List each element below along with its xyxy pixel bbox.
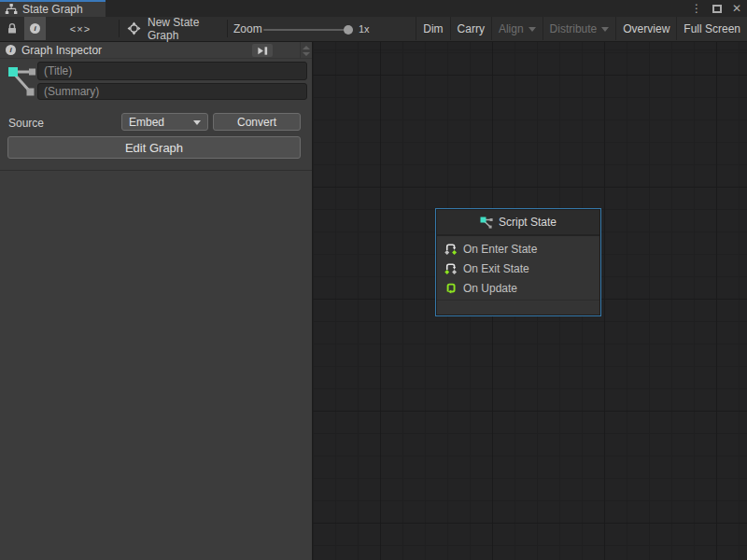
full-screen-button[interactable]: Full Screen bbox=[676, 17, 747, 40]
spinner-down-icon[interactable] bbox=[303, 52, 310, 56]
chevron-down-icon bbox=[193, 120, 201, 125]
zoom-label: Zoom bbox=[233, 17, 262, 40]
node-title: Script State bbox=[499, 216, 557, 229]
dock-right-icon bbox=[257, 45, 269, 57]
tab-title: State Graph bbox=[22, 3, 83, 16]
state-graph-asset-icon bbox=[7, 63, 35, 97]
chevron-down-icon bbox=[529, 27, 536, 32]
title-bar: State Graph ⋮ ✕ bbox=[0, 0, 747, 17]
panel-divider bbox=[0, 170, 312, 171]
graph-inspector-title: Graph Inspector bbox=[21, 44, 102, 57]
inspector-toggle-button[interactable]: i bbox=[24, 17, 46, 40]
overview-label: Overview bbox=[623, 22, 669, 35]
state-graph-tab-icon bbox=[5, 4, 18, 15]
summary-field-wrap bbox=[37, 82, 307, 99]
node-footer bbox=[437, 300, 599, 315]
align-label: Align bbox=[499, 22, 524, 35]
toolbar-right-group: Dim Carry Align Distribute Overview Full… bbox=[416, 17, 747, 40]
zoom-slider-handle[interactable] bbox=[344, 25, 353, 35]
lock-button[interactable] bbox=[2, 17, 22, 40]
full-screen-label: Full Screen bbox=[684, 22, 740, 35]
state-graph-window: State Graph ⋮ ✕ i <×> bbox=[0, 0, 747, 560]
close-icon[interactable]: ✕ bbox=[732, 3, 741, 14]
source-dropdown-value: Embed bbox=[129, 116, 164, 129]
dim-button[interactable]: Dim bbox=[416, 17, 449, 40]
align-button[interactable]: Align bbox=[491, 17, 543, 40]
event-row-on-update: On Update bbox=[437, 278, 599, 298]
info-icon: i bbox=[6, 45, 16, 55]
edit-graph-label: Edit Graph bbox=[125, 141, 183, 155]
zoom-value: 1x bbox=[359, 17, 370, 40]
state-graph-node-icon bbox=[480, 217, 493, 229]
window-menu-icon[interactable]: ⋮ bbox=[691, 3, 702, 14]
move-icon bbox=[127, 21, 141, 35]
chevron-down-icon bbox=[601, 27, 609, 32]
on-update-icon bbox=[444, 281, 458, 295]
toolbar-separator bbox=[227, 20, 228, 37]
event-row-on-exit-state: On Exit State bbox=[437, 259, 599, 278]
source-label: Source bbox=[8, 117, 44, 130]
event-row-on-enter-state: On Enter State bbox=[437, 239, 599, 259]
code-icon: <×> bbox=[70, 23, 91, 35]
maximize-icon[interactable] bbox=[712, 5, 722, 13]
script-state-node-header: Script State bbox=[437, 210, 599, 236]
distribute-label: Distribute bbox=[550, 22, 598, 35]
event-label: On Update bbox=[463, 282, 517, 295]
spinner-up-icon[interactable] bbox=[303, 46, 310, 49]
on-enter-state-icon bbox=[444, 242, 458, 256]
event-label: On Enter State bbox=[463, 243, 537, 256]
graph-title-input[interactable] bbox=[37, 62, 307, 80]
convert-label: Convert bbox=[237, 116, 276, 129]
graph-canvas[interactable]: Script State On Enter State bbox=[313, 42, 747, 560]
lock-icon bbox=[7, 22, 18, 35]
node-event-list: On Enter State On Exit State bbox=[437, 236, 599, 315]
carry-label: Carry bbox=[458, 22, 485, 35]
event-label: On Exit State bbox=[463, 262, 529, 275]
carry-button[interactable]: Carry bbox=[450, 17, 491, 40]
new-state-graph-label: New State Graph bbox=[148, 16, 230, 42]
distribute-button[interactable]: Distribute bbox=[543, 17, 616, 40]
graph-summary-input[interactable] bbox=[37, 83, 307, 100]
graph-inspector-panel: i Graph Inspector bbox=[0, 42, 313, 560]
overview-button[interactable]: Overview bbox=[615, 17, 676, 40]
new-state-graph-button[interactable]: New State Graph bbox=[121, 17, 230, 40]
zoom-slider[interactable] bbox=[263, 29, 353, 31]
edit-graph-button[interactable]: Edit Graph bbox=[7, 136, 301, 159]
dim-label: Dim bbox=[423, 22, 443, 35]
on-exit-state-icon bbox=[444, 261, 458, 275]
window-controls: ⋮ ✕ bbox=[691, 0, 741, 17]
dock-inspector-button[interactable] bbox=[252, 44, 273, 57]
title-field-wrap bbox=[37, 62, 307, 80]
script-state-node-body: Script State On Enter State bbox=[437, 210, 599, 315]
tab-state-graph[interactable]: State Graph bbox=[0, 0, 106, 17]
info-icon: i bbox=[30, 23, 40, 34]
graph-toolbar: i <×> New State Graph Zoom 1x Dim bbox=[0, 17, 747, 42]
toolbar-separator bbox=[119, 20, 120, 37]
header-spinner bbox=[300, 42, 312, 59]
variables-button[interactable]: <×> bbox=[54, 17, 106, 40]
script-state-node[interactable]: Script State On Enter State bbox=[435, 208, 601, 316]
source-dropdown[interactable]: Embed bbox=[121, 113, 208, 131]
convert-button[interactable]: Convert bbox=[213, 113, 301, 131]
